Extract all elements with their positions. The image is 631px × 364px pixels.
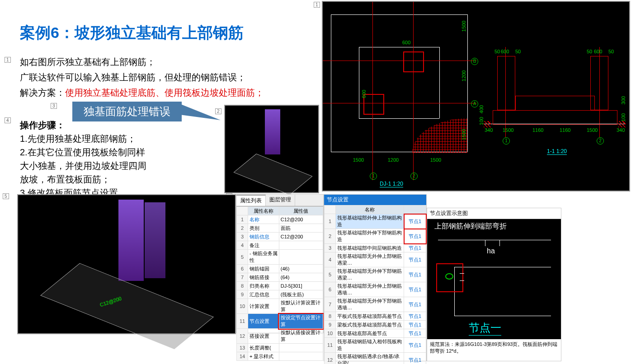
steps-block: 操作步骤： 1.先使用独基处理底部钢筋； 2.在其它位置使用筏板绘制同样 大小独… [20,118,146,200]
panel-cad: 1 2 A B 1500 1200 1500 1500 1200 600 600… [322,1,630,191]
prop-name[interactable]: - 钢筋业务属性 [248,250,279,265]
prop-name[interactable]: 搭接设置 [248,329,279,344]
node-row-value[interactable]: 节点1 [404,312,426,321]
callout-arrow [180,104,221,126]
marker-5a: 5 [3,193,9,199]
prop-value[interactable] [279,352,323,361]
node-row-name[interactable]: 筏形基础端部中间层钢筋构造 [336,244,404,252]
marker-1a: 1 [314,2,320,8]
prop-value[interactable]: 按默认搭接设置计算 [279,329,323,344]
prop-value[interactable]: C12@200 [279,233,323,241]
marker-4: 4 [5,117,11,123]
diagram-title: 上部钢筋伸到端部弯折 [434,222,507,231]
prop-name[interactable]: 钢筋搭接 [248,273,279,282]
prop-name[interactable]: + 显示样式 [248,352,279,361]
prop-value[interactable] [279,250,323,265]
diagram-node-label: 节点一 [469,321,501,336]
marker-1b: 1 [5,57,11,63]
node-row-value[interactable]: 节点1 [404,282,426,297]
prop-name[interactable]: 节点设置 [248,314,279,329]
prop-name[interactable]: 归类名称 [248,282,279,290]
prop-value[interactable]: (筏板主筋) [279,290,323,299]
node-panel-title: 节点设置 [324,195,426,205]
node-row-name[interactable]: 筏形基础端部无外伸上部钢筋遇梁… [336,252,404,267]
node-row-value[interactable]: 节点1 [404,329,426,338]
step-2c: 放坡，布置筏板面筋； [20,173,146,186]
node-row-value[interactable]: 节点1 [404,353,426,364]
prop-value[interactable]: 面筋 [279,224,323,233]
node-row-value[interactable]: 节点1 [404,297,426,312]
prop-name[interactable]: 长度调整( [248,344,279,352]
node-row-value[interactable]: 节点1 [404,214,426,229]
property-panel: 属性列表 图层管理 属性名称属性值 1名称C12@2002类别面筋3钢筋信息C1… [236,194,324,333]
intro-l1: 如右图所示独立基础有上部钢筋； [20,54,264,70]
prop-value[interactable]: (64) [279,273,323,282]
node-row-name[interactable]: 筏形基础端部无外伸下部钢筋遇梁… [336,267,404,282]
step-1: 1.先使用独基处理底部钢筋； [20,132,146,145]
prop-value[interactable]: 按默认计算设置计算 [279,299,323,314]
tab-layers[interactable]: 图层管理 [266,195,295,206]
node-panel: 节点设置 名称 1筏形基础端部外伸上部钢筋构造节点12筏形基础端部外伸下部钢筋构… [324,194,427,361]
node-row-name[interactable]: 筏形基础钢筋遇承台/独基/承台梁/… [336,353,404,364]
tab-properties[interactable]: 属性列表 [236,195,266,206]
prop-name[interactable]: 类别 [248,224,279,233]
prop-name[interactable]: 汇总信息 [248,290,279,299]
node-row-name[interactable]: 筏形基础端部无外伸上部钢筋遇墙… [336,282,404,297]
prop-value[interactable]: DJ-5[301] [279,282,323,290]
intro-text: 如右图所示独立基础有上部钢筋； 广联达软件可以输入独基上部钢筋，但处理的钢筋错误… [20,54,264,100]
diagram-body: 上部钢筋伸到端部弯折 ha 节点一 [427,219,561,339]
panel-3d-big: C12@200 [17,194,236,334]
intro-l3b: 使用独立基础处理底筋、使用筏板边坡处理面筋； [65,88,264,98]
diagram-footer: 规范算法：来源16G101-3第89页和93页。筏板面筋伸到端部弯折 12*d。 [427,339,561,356]
node-row-value[interactable]: 节点1 [404,338,426,353]
prop-value[interactable] [279,344,323,352]
node-row-name[interactable]: 梁板式筏形基础顶部高差节点 [336,321,404,329]
step-2b: 大小独基，并使用边坡处理四周 [20,159,146,173]
marker-3: 3 [51,103,57,109]
prop-value[interactable] [279,241,323,250]
prop-name[interactable]: 计算设置 [248,299,279,314]
node-row-name[interactable]: 筏形基础钢筋锚入相邻筏板构造 [336,338,404,353]
diagram-panel: 节点设置示意图 上部钢筋伸到端部弯折 ha 节点一 规范算法：来源16G101-… [427,208,561,361]
prop-name[interactable]: 名称 [248,215,279,224]
node-row-value[interactable]: 节点1 [404,252,426,267]
prop-value[interactable]: 按设定节点设置计算 [279,314,323,329]
page-title: 案例6：坡形独立基础有上部钢筋 [20,23,244,43]
intro-l3a: 解决方案： [20,88,65,98]
steps-header: 操作步骤： [20,118,146,132]
panel-3d-small [224,105,319,193]
node-row-name[interactable]: 平板式筏形基础顶部高差节点 [336,312,404,321]
node-row-value[interactable]: 节点1 [404,321,426,329]
diagram-ha: ha [487,247,495,255]
node-row-name[interactable]: 筏形基础底部高差节点 [336,329,404,338]
prop-name[interactable]: 备注 [248,241,279,250]
node-row-name[interactable]: 筏形基础端部外伸上部钢筋构造 [336,214,404,229]
step-2a: 2.在其它位置使用筏板绘制同样 [20,145,146,159]
node-row-value[interactable]: 节点1 [404,267,426,282]
prop-value[interactable]: (46) [279,265,323,273]
node-row-name[interactable]: 筏形基础端部外伸下部钢筋构造 [336,229,404,244]
node-row-value[interactable]: 节点1 [404,229,426,244]
node-row-name[interactable]: 筏形基础端部无外伸下部钢筋遇墙… [336,297,404,312]
intro-l2: 广联达软件可以输入独基上部钢筋，但处理的钢筋错误； [20,70,264,85]
prop-name[interactable]: 钢筋锚固 [248,265,279,273]
prop-name[interactable]: 钢筋信息 [248,233,279,241]
diagram-header: 节点设置示意图 [427,208,561,219]
node-row-value[interactable]: 节点1 [404,244,426,252]
prop-value[interactable]: C12@200 [279,215,323,224]
